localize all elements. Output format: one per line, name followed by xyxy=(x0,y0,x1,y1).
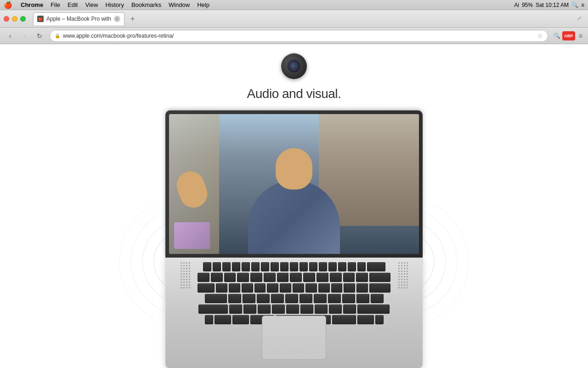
apple-menu[interactable]: 🍎 xyxy=(4,1,12,9)
camera-icon xyxy=(281,53,307,79)
page-heading: Audio and visual. xyxy=(247,86,341,101)
chrome-menu-icon[interactable]: ≡ xyxy=(577,30,584,41)
menubar-help[interactable]: Help xyxy=(193,0,213,10)
facetime-scene xyxy=(169,114,419,254)
nav-right-icons: 🔍 ABP ≡ xyxy=(554,30,584,41)
maximize-button[interactable] xyxy=(20,16,26,22)
address-bar[interactable]: 🔒 www.apple.com/macbook-pro/features-ret… xyxy=(50,30,548,42)
touchpad[interactable] xyxy=(262,316,326,360)
back-button[interactable]: ‹ xyxy=(4,29,17,42)
traffic-lights xyxy=(4,16,26,22)
screen-image xyxy=(169,114,419,254)
person-head xyxy=(276,148,312,190)
menubar-search-icon[interactable]: 🔍 xyxy=(571,2,578,8)
menubar-right: Ai 95% Sat 10:12 AM 🔍 ≡ xyxy=(514,2,584,8)
menubar-view[interactable]: View xyxy=(81,0,102,10)
menubar-bookmarks[interactable]: Bookmarks xyxy=(128,0,165,10)
new-tab-button[interactable]: + xyxy=(126,12,139,25)
active-tab[interactable]: 🍎 Apple – MacBook Pro with × xyxy=(33,12,124,25)
menubar-list-icon[interactable]: ≡ xyxy=(581,2,584,8)
chrome-window: 🍎 Apple – MacBook Pro with × + ⤢ ‹ › ↻ 🔒… xyxy=(0,10,588,368)
keyboard-row-zxcv xyxy=(198,305,390,314)
tab-favicon: 🍎 xyxy=(37,16,44,22)
laptop-body xyxy=(165,258,423,368)
menubar-edit[interactable]: Edit xyxy=(64,0,81,10)
laptop-wrapper xyxy=(138,110,450,368)
menubar-clock: Sat 10:12 AM xyxy=(536,2,569,8)
titlebar: 🍎 Apple – MacBook Pro with × + ⤢ xyxy=(0,10,588,28)
tab-area: 🍎 Apple – MacBook Pro with × + xyxy=(33,12,573,25)
menubar: 🍎 Chrome File Edit View History Bookmark… xyxy=(0,0,588,10)
keyboard-row-qwerty xyxy=(198,283,390,293)
forward-button[interactable]: › xyxy=(18,29,31,42)
address-text: www.apple.com/macbook-pro/features-retin… xyxy=(63,33,534,39)
menubar-history[interactable]: History xyxy=(102,0,127,10)
adblock-badge[interactable]: ABP xyxy=(562,31,575,40)
keyboard-row-asdf xyxy=(198,294,390,303)
laptop-screen xyxy=(165,110,423,258)
reload-button[interactable]: ↻ xyxy=(33,29,46,42)
tab-close-button[interactable]: × xyxy=(114,16,120,22)
speaker-left xyxy=(174,262,197,317)
keyboard-row-numbers xyxy=(198,273,390,282)
menubar-file[interactable]: File xyxy=(47,0,64,10)
window-resize-icon[interactable]: ⤢ xyxy=(577,15,584,23)
bookmark-star-icon[interactable]: ☆ xyxy=(537,32,543,40)
tab-title: Apple – MacBook Pro with xyxy=(46,16,111,22)
mini-selfview xyxy=(174,222,210,249)
page-content: Audio and visual. xyxy=(0,44,588,368)
navbar: ‹ › ↻ 🔒 www.apple.com/macbook-pro/featur… xyxy=(0,28,588,44)
keyboard-row-fn xyxy=(198,262,390,271)
camera-lens-inner xyxy=(290,63,298,70)
speaker-right xyxy=(391,262,414,317)
camera-lens-outer xyxy=(287,59,301,74)
menubar-chrome[interactable]: Chrome xyxy=(17,0,47,10)
laptop-illustration xyxy=(165,110,423,368)
close-button[interactable] xyxy=(4,16,9,22)
minimize-button[interactable] xyxy=(12,16,17,22)
menubar-window[interactable]: Window xyxy=(165,0,193,10)
menubar-ai-icon: Ai xyxy=(514,2,519,8)
search-icon[interactable]: 🔍 xyxy=(554,33,560,39)
security-icon: 🔒 xyxy=(55,33,60,38)
camera-icon-container xyxy=(281,53,307,79)
menubar-battery-pct: 95% xyxy=(522,2,533,8)
screen-bezel xyxy=(169,114,419,254)
